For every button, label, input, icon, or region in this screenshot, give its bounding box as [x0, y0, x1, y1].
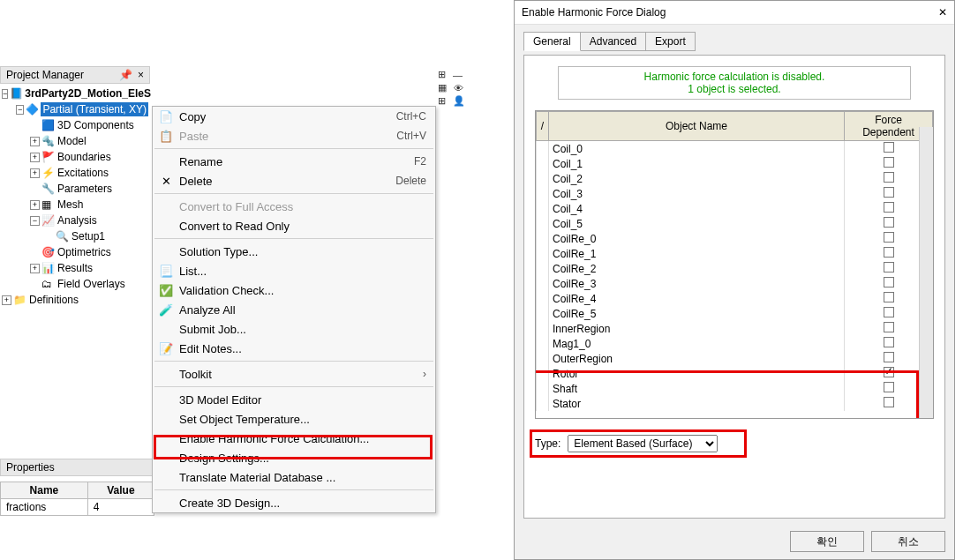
tab-general[interactable]: General: [523, 32, 581, 51]
table-row[interactable]: InnerRegion: [537, 321, 933, 336]
type-select[interactable]: Element Based (Surface): [568, 435, 718, 452]
checkbox[interactable]: [884, 277, 894, 287]
table-row[interactable]: CoilRe_4: [537, 291, 933, 306]
menu-translate-db[interactable]: Translate Material Database ...: [153, 467, 435, 487]
tree-analysis[interactable]: −📈Analysis: [0, 213, 150, 228]
checkbox[interactable]: [884, 322, 894, 332]
table-row[interactable]: Mag1_0: [537, 336, 933, 351]
table-row[interactable]: CoilRe_2: [537, 261, 933, 276]
property-row[interactable]: fractions 4: [1, 499, 154, 516]
menu-convert-read[interactable]: Convert to Read Only: [153, 216, 435, 235]
row-marker: [537, 291, 549, 306]
checkbox[interactable]: [884, 217, 894, 228]
tree-mesh[interactable]: +▦Mesh: [0, 197, 150, 213]
menu-enable-harmonic[interactable]: Enable Harmonic Force Calculation...: [153, 429, 435, 448]
toolbar-icon[interactable]: ⊞: [438, 95, 446, 107]
table-row[interactable]: CoilRe_0: [537, 231, 933, 246]
vertical-scrollbar[interactable]: [919, 127, 933, 418]
checkbox[interactable]: [884, 292, 894, 302]
tree-setup1[interactable]: 🔍Setup1: [0, 228, 150, 244]
col-name[interactable]: Name: [1, 482, 88, 499]
menu-solution-type[interactable]: Solution Type...: [153, 242, 435, 261]
tree-design[interactable]: −🔷Partial (Transient, XY): [0, 101, 150, 117]
menu-3d-model-editor[interactable]: 3D Model Editor: [153, 390, 435, 409]
close-button[interactable]: ✕: [938, 6, 947, 19]
table-row[interactable]: Coil_5: [537, 216, 933, 231]
checkbox[interactable]: [884, 262, 894, 273]
menu-delete[interactable]: ✕DeleteDelete: [153, 171, 435, 190]
tree-fieldoverlays[interactable]: 🗂Field Overlays: [0, 276, 150, 292]
tab-export[interactable]: Export: [645, 32, 696, 51]
tree-definitions[interactable]: +📁Definitions: [0, 292, 150, 308]
menu-analyze-all[interactable]: 🧪Analyze All: [153, 300, 435, 319]
table-row[interactable]: Stator: [537, 396, 933, 411]
expand-icon[interactable]: −: [2, 89, 8, 99]
tree-excitations[interactable]: +⚡Excitations: [0, 165, 150, 181]
menu-design-settings[interactable]: Design Settings...: [153, 448, 435, 467]
checkbox[interactable]: [884, 397, 894, 407]
toolbar-icon[interactable]: ⊞: [438, 69, 446, 80]
col-object-name[interactable]: Object Name: [549, 112, 845, 141]
table-row[interactable]: CoilRe_5: [537, 306, 933, 321]
menu-rename[interactable]: RenameF2: [153, 152, 435, 171]
tree-3dcomp[interactable]: 🟦3D Components: [0, 117, 150, 133]
table-row[interactable]: Coil_4: [537, 201, 933, 216]
checkbox[interactable]: [884, 157, 894, 168]
tree-model[interactable]: +🔩Model: [0, 133, 150, 149]
tree-parameters[interactable]: 🔧Parameters: [0, 181, 150, 197]
checkbox[interactable]: [884, 187, 894, 198]
menu-set-obj-temp[interactable]: Set Object Temperature...: [153, 409, 435, 429]
tree-results[interactable]: +📊Results: [0, 260, 150, 276]
menu-toolkit[interactable]: Toolkit›: [153, 364, 435, 384]
checkbox[interactable]: [884, 247, 894, 258]
checkbox[interactable]: [884, 232, 894, 243]
checkbox[interactable]: [884, 367, 894, 377]
dialog-titlebar[interactable]: Enable Harmonic Force Dialog ✕: [515, 1, 954, 25]
expand-icon[interactable]: +: [30, 137, 40, 146]
col-value[interactable]: Value: [87, 482, 154, 499]
tree-root[interactable]: −📘3rdParty2D_Motion_EleS: [0, 86, 150, 101]
table-row[interactable]: CoilRe_3: [537, 276, 933, 291]
checkbox[interactable]: [884, 382, 894, 392]
object-table-container: / Object Name Force Dependent Coil_0Coil…: [535, 110, 934, 419]
table-row[interactable]: Coil_1: [537, 156, 933, 171]
expand-icon[interactable]: +: [30, 264, 40, 273]
prop-value[interactable]: 4: [87, 499, 154, 516]
tab-advanced[interactable]: Advanced: [580, 32, 646, 51]
menu-copy[interactable]: 📄CopyCtrl+C: [153, 107, 435, 126]
table-row[interactable]: OuterRegion: [537, 351, 933, 366]
expand-icon[interactable]: −: [30, 216, 40, 226]
pin-icon[interactable]: 📌: [119, 69, 132, 81]
checkbox[interactable]: [884, 202, 894, 213]
tree-boundaries[interactable]: +🚩Boundaries: [0, 149, 150, 165]
table-row[interactable]: CoilRe_1: [537, 246, 933, 261]
table-row[interactable]: Shaft: [537, 381, 933, 396]
expand-icon[interactable]: −: [16, 105, 24, 115]
col-slash[interactable]: /: [537, 112, 549, 141]
menu-list[interactable]: 📃List...: [153, 261, 435, 280]
menu-create-3d[interactable]: Create 3D Design...: [153, 493, 435, 512]
expand-icon[interactable]: +: [2, 295, 11, 305]
status-line2: 1 object is selected.: [562, 83, 907, 95]
menu-validation[interactable]: ✅Validation Check...: [153, 280, 435, 300]
ok-button[interactable]: 확인: [790, 531, 864, 552]
expand-icon[interactable]: +: [30, 153, 40, 162]
checkbox[interactable]: [884, 352, 894, 362]
tree-optimetrics[interactable]: 🎯Optimetrics: [0, 244, 150, 260]
checkbox[interactable]: [884, 142, 894, 153]
close-icon[interactable]: ×: [138, 69, 144, 81]
expand-icon[interactable]: +: [30, 200, 40, 210]
menu-edit-notes[interactable]: 📝Edit Notes...: [153, 339, 435, 358]
table-row[interactable]: Coil_3: [537, 186, 933, 201]
cancel-button[interactable]: 취소: [871, 531, 945, 552]
checkbox[interactable]: [884, 172, 894, 183]
toolbar-icon[interactable]: ▦: [438, 82, 447, 93]
expand-icon[interactable]: +: [30, 168, 40, 178]
tree-label: Results: [57, 261, 93, 275]
menu-submit-job[interactable]: Submit Job...: [153, 319, 435, 339]
table-row[interactable]: Coil_0: [537, 141, 933, 157]
table-row[interactable]: Rotor: [537, 366, 933, 381]
checkbox[interactable]: [884, 337, 894, 347]
table-row[interactable]: Coil_2: [537, 171, 933, 186]
checkbox[interactable]: [884, 307, 894, 317]
